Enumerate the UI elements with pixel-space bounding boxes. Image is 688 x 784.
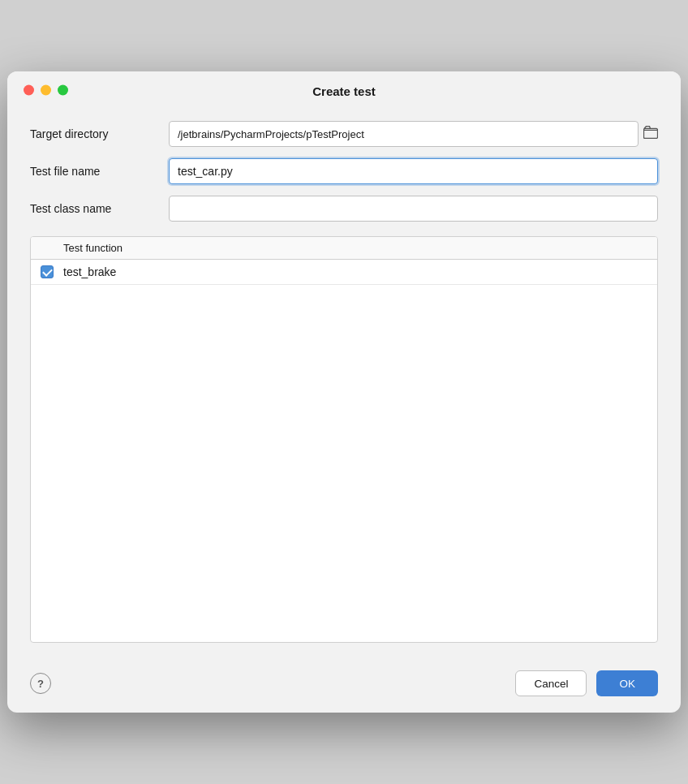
test-file-name-row: Test file name	[30, 158, 658, 184]
table-row: test_brake	[31, 260, 657, 285]
target-directory-label: Target directory	[30, 127, 156, 140]
help-button[interactable]: ?	[30, 673, 51, 694]
test-file-name-label: Test file name	[30, 165, 156, 178]
create-test-dialog: Create test Target directory Test file n…	[7, 71, 681, 713]
test-file-name-input-wrapper	[169, 158, 658, 184]
target-directory-input[interactable]	[169, 121, 639, 147]
titlebar: Create test	[7, 71, 681, 108]
test-class-name-input-wrapper	[169, 196, 658, 222]
test-class-name-row: Test class name	[30, 196, 658, 222]
footer-buttons: Cancel OK	[515, 670, 658, 696]
maximize-button[interactable]	[58, 84, 68, 95]
test-file-name-input[interactable]	[169, 158, 658, 184]
window-controls	[24, 84, 68, 95]
test-brake-checkbox[interactable]	[41, 265, 54, 278]
dialog-footer: ? Cancel OK	[7, 659, 681, 713]
test-functions-table: Test function test_brake	[30, 236, 658, 643]
test-class-name-label: Test class name	[30, 202, 156, 215]
folder-icon[interactable]	[643, 126, 658, 142]
help-icon: ?	[37, 678, 44, 690]
ok-button[interactable]: OK	[596, 670, 658, 696]
test-class-name-input[interactable]	[169, 196, 658, 222]
minimize-button[interactable]	[41, 84, 51, 95]
close-button[interactable]	[24, 84, 34, 95]
target-directory-row: Target directory	[30, 121, 658, 147]
target-directory-input-wrapper	[169, 121, 658, 147]
test-function-column-header: Test function	[63, 242, 123, 254]
table-empty-space	[31, 285, 657, 642]
test-brake-label: test_brake	[63, 265, 116, 278]
table-header: Test function	[31, 237, 657, 260]
dialog-content: Target directory Test file name	[7, 108, 681, 659]
cancel-button[interactable]: Cancel	[515, 670, 587, 696]
dialog-title: Create test	[312, 84, 376, 98]
